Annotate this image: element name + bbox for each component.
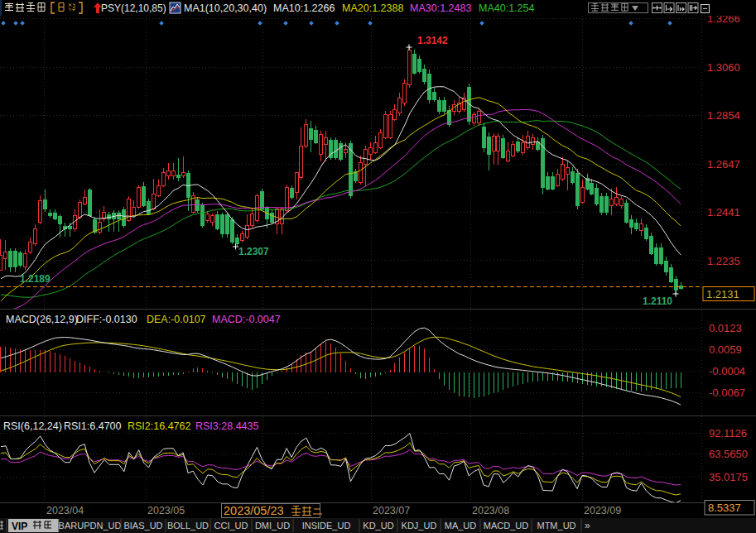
svg-text:35.0175: 35.0175	[709, 471, 748, 483]
svg-text:MA1(10,20,30,40): MA1(10,20,30,40)	[184, 2, 267, 14]
svg-text:1.2307: 1.2307	[238, 246, 269, 257]
svg-text:1.2131: 1.2131	[706, 288, 739, 300]
svg-text:KD_UD: KD_UD	[363, 521, 393, 531]
svg-text:-0.0067: -0.0067	[709, 387, 745, 399]
svg-text:1.2854: 1.2854	[707, 109, 740, 122]
svg-text:KDJ_UD: KDJ_UD	[402, 521, 437, 531]
svg-text:1.2647: 1.2647	[707, 158, 740, 170]
svg-text:CCI_UD: CCI_UD	[214, 521, 248, 531]
svg-text:MA40:1.254: MA40:1.254	[479, 2, 534, 14]
svg-text:0.0059: 0.0059	[709, 343, 742, 356]
svg-text:0.0123: 0.0123	[709, 322, 742, 334]
svg-text:MA20:1.2388: MA20:1.2388	[342, 2, 403, 14]
svg-text:BIAS_UD: BIAS_UD	[123, 521, 162, 531]
svg-text:2023/05/23: 2023/05/23	[224, 504, 284, 517]
svg-text:MA_UD: MA_UD	[445, 521, 477, 531]
svg-text:MACD_UD: MACD_UD	[484, 521, 528, 531]
svg-text:PSY(12,10,85): PSY(12,10,85)	[101, 2, 166, 14]
svg-text:BOLL_UD: BOLL_UD	[167, 521, 209, 531]
svg-text:MA30:1.2483: MA30:1.2483	[410, 2, 471, 14]
svg-text:2023/04: 2023/04	[46, 505, 84, 516]
svg-text:92.1126: 92.1126	[709, 427, 747, 439]
svg-text:VIP: VIP	[12, 521, 27, 532]
svg-text:MTM_UD: MTM_UD	[537, 521, 575, 531]
svg-text:2023/09: 2023/09	[584, 505, 621, 516]
svg-text:1.2441: 1.2441	[707, 206, 740, 218]
svg-text:63.5650: 63.5650	[709, 448, 748, 460]
svg-text:1.3060: 1.3060	[707, 61, 740, 74]
svg-text:MA10:1.2266: MA10:1.2266	[273, 2, 335, 14]
svg-text:INSIDE_UD: INSIDE_UD	[302, 521, 351, 531]
svg-text:DMI_UD: DMI_UD	[255, 521, 290, 531]
svg-text:»: »	[585, 520, 590, 531]
svg-text:2023/05: 2023/05	[147, 505, 185, 516]
svg-text:1.2110: 1.2110	[643, 295, 672, 307]
svg-text:2023/07: 2023/07	[373, 505, 410, 516]
svg-text:1.2235: 1.2235	[707, 255, 740, 267]
svg-text:-0.0004: -0.0004	[709, 365, 745, 377]
svg-text:2023/08: 2023/08	[472, 505, 509, 516]
svg-text:1.2189: 1.2189	[20, 273, 51, 285]
svg-text:1.3142: 1.3142	[417, 35, 448, 46]
svg-text:BARUPDN_UD: BARUPDN_UD	[59, 521, 122, 531]
